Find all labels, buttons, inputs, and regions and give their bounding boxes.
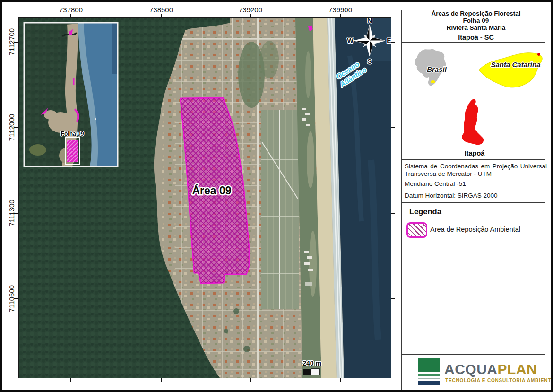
tick xyxy=(340,14,341,17)
main-map: Área 09 N E S W Oceano Atlântico xyxy=(18,17,391,378)
brasil-locator-map: Brasil xyxy=(406,47,454,95)
compass-n-label: N xyxy=(367,18,372,24)
panel-rule xyxy=(402,202,545,203)
tick xyxy=(14,127,18,128)
tick xyxy=(250,378,251,382)
area-09-label: Área 09 xyxy=(192,184,231,197)
x-coordinate-label: 737800 xyxy=(54,6,87,14)
itapoa-locator-map xyxy=(455,97,494,150)
acquaplan-logo-name: ACQUAPLAN xyxy=(444,361,537,377)
tick xyxy=(14,42,18,43)
crs-description: Sistema de Coordenadas em Projeção Unive… xyxy=(405,163,547,178)
compass-s-label: S xyxy=(367,58,372,65)
tick xyxy=(70,378,71,382)
legend-title: Legenda xyxy=(409,207,441,216)
logo-plan: PLAN xyxy=(498,361,537,377)
tick xyxy=(391,213,395,214)
panel-title-line3: Riviera Santa Maria xyxy=(403,24,549,31)
tick xyxy=(161,378,162,382)
tick xyxy=(391,298,395,299)
panel-rule xyxy=(402,159,545,160)
panel-rule xyxy=(402,42,545,43)
acquaplan-logo-tagline: TECNOLOGIA E CONSULTORIA AMBIENTAL xyxy=(445,378,553,383)
tick xyxy=(14,213,18,214)
brasil-label: Brasil xyxy=(427,65,447,73)
inset-folha-09-label: Folha 09 xyxy=(61,131,84,137)
tick xyxy=(161,14,162,17)
tick xyxy=(391,127,395,128)
crs-datum: Datum Horizontal: SIRGAS 2000 xyxy=(405,192,547,200)
map-sheet: 737800 738500 739200 739900 7112700 7112… xyxy=(0,0,553,392)
cleared-fields xyxy=(261,110,299,309)
satellite-map-canvas: Área 09 N E S W Oceano Atlântico xyxy=(19,18,391,378)
santa-catarina-locator-map: Santa Catarina xyxy=(477,46,547,96)
tick xyxy=(70,14,71,17)
acquaplan-logo-mark xyxy=(418,358,440,385)
x-coordinate-label: 739900 xyxy=(324,6,357,14)
legend-item-label: Área de Reposição Ambiental xyxy=(430,226,520,233)
crs-central-meridian: Meridiano Central -51 xyxy=(405,180,547,188)
panel-divider xyxy=(401,10,402,391)
itapoa-label: Itapoá xyxy=(446,149,503,157)
panel-rule xyxy=(402,354,545,355)
legend-swatch-reposition-area xyxy=(406,222,427,238)
x-coordinate-label: 738500 xyxy=(145,6,178,14)
tick xyxy=(340,378,341,382)
compass-e-label: E xyxy=(387,37,391,44)
tick xyxy=(250,14,251,17)
tick xyxy=(14,298,18,299)
logo-acqua: ACQUA xyxy=(444,361,498,377)
x-coordinate-label: 739200 xyxy=(234,6,267,14)
santa-catarina-label: Santa Catarina xyxy=(491,61,540,69)
panel-subtitle: Itapoá - SC xyxy=(403,34,549,41)
tick xyxy=(391,42,395,43)
scale-bar-label: 240 m xyxy=(302,359,321,367)
compass-w-label: W xyxy=(347,37,354,44)
inset-map: Folha 09 xyxy=(24,22,118,167)
panel-title-line1: Áreas de Reposição Florestal xyxy=(403,10,549,17)
inset-folha-09-polygon xyxy=(67,140,78,162)
panel-title-line2: Folha 09 xyxy=(403,17,549,24)
